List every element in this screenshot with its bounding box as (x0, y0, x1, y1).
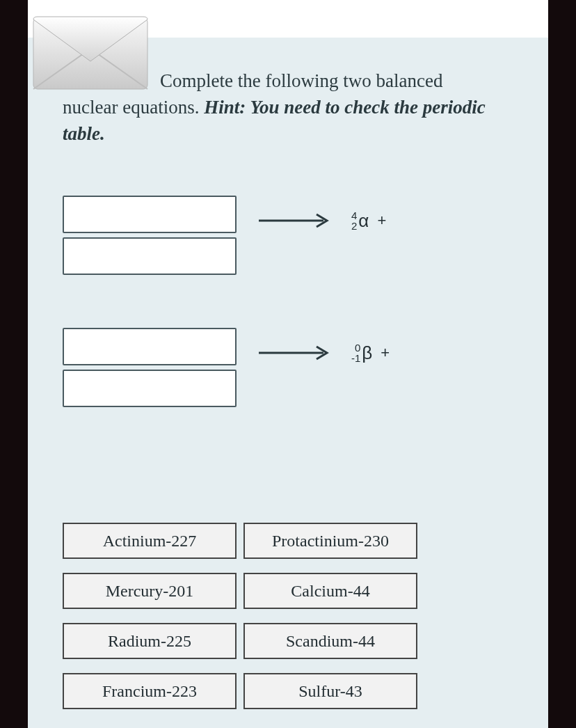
eq2-plus: + (381, 344, 390, 362)
question-area: Complete the following two balanced nucl… (28, 40, 548, 728)
beta-particle: 0 -1 β + (351, 342, 390, 364)
eq2-product-slot[interactable] (63, 370, 237, 407)
alpha-particle: 4 2 α + (351, 210, 386, 232)
answer-tile[interactable]: Mercury-201 (63, 573, 237, 609)
envelope-icon (28, 6, 153, 96)
eq1-reactant-slot[interactable] (63, 196, 237, 233)
eq2-atomic: -1 (351, 353, 360, 363)
answer-tile[interactable]: Francium-223 (63, 673, 237, 709)
eq1-symbol: α (358, 210, 369, 232)
page: Complete the following two balanced nucl… (28, 0, 548, 728)
eq1-atomic: 2 (351, 221, 357, 231)
eq2-reactant-slot[interactable] (63, 328, 237, 365)
equation-1: 4 2 α + (63, 196, 520, 279)
eq2-symbol: β (362, 342, 372, 364)
eq1-product-slot[interactable] (63, 237, 237, 275)
eq1-plus: + (377, 212, 386, 230)
eq1-mass: 4 (351, 210, 357, 221)
arrow-icon (257, 345, 334, 361)
answer-tile[interactable]: Protactinium-230 (243, 523, 417, 559)
answer-bank: Actinium-227 Protactinium-230 Mercury-20… (63, 523, 520, 709)
answer-tile[interactable]: Scandium-44 (243, 623, 417, 659)
answer-tile[interactable]: Calcium-44 (243, 573, 417, 609)
eq2-mass: 0 (355, 342, 360, 353)
answer-tile[interactable]: Actinium-227 (63, 523, 237, 559)
answer-tile[interactable]: Sulfur-43 (243, 673, 417, 709)
answer-tile[interactable]: Radium-225 (63, 623, 237, 659)
arrow-icon (257, 212, 334, 229)
equation-2: 0 -1 β + (63, 328, 520, 411)
prompt-line-2-plain: nuclear equations. (63, 97, 204, 118)
prompt-line-1: Complete the following two balanced (160, 70, 442, 91)
